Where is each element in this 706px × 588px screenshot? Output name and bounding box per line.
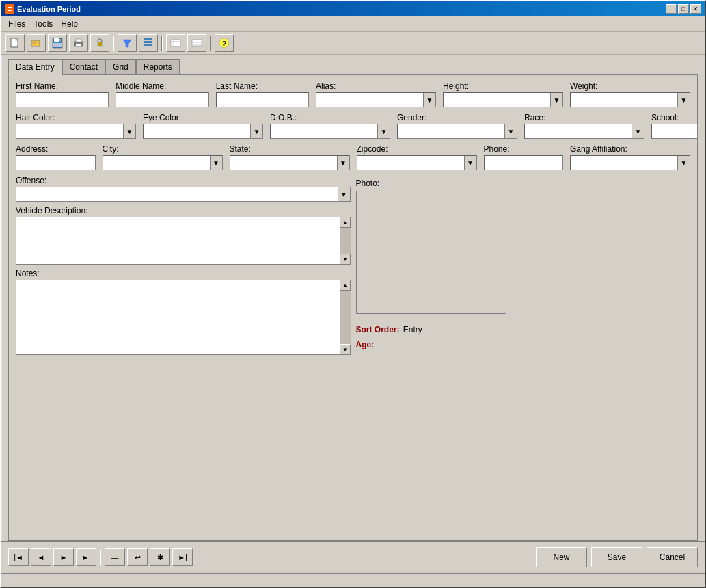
status-right-panel — [353, 574, 705, 587]
city-arrow[interactable]: ▼ — [210, 156, 222, 170]
zipcode-arrow[interactable]: ▼ — [464, 156, 476, 170]
city-input[interactable] — [103, 156, 210, 170]
tab-data-entry[interactable]: Data Entry — [8, 59, 62, 75]
offense-arrow[interactable]: ▼ — [338, 187, 350, 201]
height-input[interactable] — [444, 93, 550, 107]
toolbar-filter[interactable] — [118, 34, 137, 52]
state-input[interactable] — [230, 156, 337, 170]
first-name-group: First Name: — [16, 81, 109, 107]
hair-color-input[interactable] — [16, 124, 123, 138]
gang-affiliation-input[interactable] — [571, 156, 677, 170]
toolbar-print[interactable] — [69, 34, 88, 52]
nav-undo-btn[interactable]: ↩ — [127, 548, 148, 566]
notes-scroll-down[interactable]: ▼ — [340, 344, 351, 355]
gender-input[interactable] — [398, 124, 504, 138]
eye-color-input[interactable] — [144, 124, 250, 138]
photo-right: Photo: Sort Order: Entry Age: — [356, 176, 691, 355]
weight-arrow[interactable]: ▼ — [677, 93, 690, 107]
menu-files[interactable]: Files — [4, 18, 29, 30]
gender-arrow[interactable]: ▼ — [504, 124, 517, 138]
tab-grid[interactable]: Grid — [105, 59, 136, 75]
nav-next-btn[interactable]: ► — [53, 548, 74, 566]
notes-scrollbar: ▲ ▼ — [340, 280, 351, 355]
middle-name-label: Middle Name: — [116, 81, 208, 91]
nav-save-nav-btn[interactable]: ►| — [172, 548, 193, 566]
nav-delete-btn[interactable]: — — [105, 548, 125, 566]
dob-label: D.O.B.: — [270, 113, 390, 122]
notes-textarea[interactable] — [16, 280, 351, 355]
tab-reports[interactable]: Reports — [136, 59, 180, 75]
vehicle-scroll-down[interactable]: ▼ — [340, 254, 351, 265]
dob-input[interactable] — [271, 124, 377, 138]
row-names: First Name: Middle Name: Last Name: Alia… — [16, 81, 690, 107]
new-button[interactable]: New — [536, 547, 587, 567]
svg-rect-2 — [8, 10, 12, 11]
toolbar-sep-3 — [210, 36, 211, 51]
close-btn[interactable]: ✕ — [690, 4, 701, 14]
dob-dropdown: ▼ — [270, 124, 390, 139]
race-group: Race: ▼ — [524, 113, 644, 139]
race-arrow[interactable]: ▼ — [632, 124, 644, 138]
svg-rect-8 — [54, 38, 59, 42]
height-arrow[interactable]: ▼ — [550, 93, 562, 107]
save-button[interactable]: Save — [591, 547, 642, 567]
hair-color-group: Hair Color: ▼ — [16, 113, 136, 139]
alias-dropdown: ▼ — [316, 92, 436, 107]
first-name-input[interactable] — [16, 92, 109, 107]
svg-rect-6 — [31, 42, 36, 43]
notes-label: Notes: — [16, 269, 351, 278]
toolbar-lock[interactable] — [90, 34, 109, 52]
svg-rect-18 — [144, 44, 152, 46]
toolbar-save[interactable] — [48, 34, 67, 52]
phone-input[interactable] — [484, 155, 564, 170]
vehicle-textarea[interactable] — [16, 217, 351, 265]
sort-order-value: Entry — [403, 325, 422, 334]
gang-affiliation-label: Gang Affiliation: — [570, 144, 690, 154]
gang-affiliation-arrow[interactable]: ▼ — [677, 156, 690, 170]
zipcode-input[interactable] — [357, 156, 464, 170]
alias-input[interactable] — [316, 93, 423, 107]
row-address: Address: City: ▼ State: ▼ Zipcode: — [16, 144, 690, 170]
nav-add-btn[interactable]: ✱ — [150, 548, 170, 566]
menu-tools[interactable]: Tools — [29, 18, 57, 30]
toolbar-open[interactable] — [27, 34, 46, 52]
alias-arrow[interactable]: ▼ — [423, 93, 435, 107]
vehicle-group: Vehicle Description: ▲ ▼ — [16, 206, 351, 265]
vehicle-scroll-up[interactable]: ▲ — [340, 217, 351, 228]
toolbar-nav[interactable] — [166, 34, 185, 52]
row-physical: Hair Color: ▼ Eye Color: ▼ D.O.B.: ▼ — [16, 113, 690, 139]
svg-rect-22 — [192, 40, 202, 46]
race-input[interactable] — [525, 124, 632, 138]
eye-color-arrow[interactable]: ▼ — [250, 124, 262, 138]
minimize-btn[interactable]: _ — [666, 4, 677, 14]
notes-scroll-up[interactable]: ▲ — [340, 280, 351, 291]
school-input[interactable] — [652, 124, 698, 138]
menu-help[interactable]: Help — [57, 18, 82, 30]
offense-input[interactable] — [16, 187, 338, 201]
last-name-input[interactable] — [216, 92, 309, 107]
cancel-button[interactable]: Cancel — [647, 547, 698, 567]
hair-color-arrow[interactable]: ▼ — [123, 124, 135, 138]
toolbar-help[interactable]: ? — [215, 34, 234, 52]
svg-rect-10 — [53, 43, 62, 47]
offense-group: Offense: ▼ — [16, 176, 351, 202]
toolbar: ? — [1, 32, 705, 55]
address-input[interactable] — [16, 155, 96, 170]
middle-name-input[interactable] — [116, 92, 208, 107]
maximize-btn[interactable]: □ — [678, 4, 689, 14]
toolbar-new-doc[interactable] — [5, 34, 25, 52]
nav-prev-btn[interactable]: ◄ — [31, 548, 51, 566]
toolbar-search[interactable] — [139, 34, 158, 52]
toolbar-grid[interactable] — [187, 34, 206, 52]
tab-contact[interactable]: Contact — [62, 59, 105, 75]
nav-action-bar: |◄ ◄ ► ►| — ↩ ✱ ►| New Save Cancel — [1, 541, 705, 573]
state-arrow[interactable]: ▼ — [337, 156, 349, 170]
title-bar-left: Evaluation Period — [5, 4, 81, 14]
nav-first-btn[interactable]: |◄ — [8, 548, 29, 566]
photo-box — [356, 191, 506, 314]
state-label: State: — [230, 144, 350, 154]
dob-arrow[interactable]: ▼ — [377, 124, 390, 138]
nav-last-btn[interactable]: ►| — [76, 548, 96, 566]
school-label: School: — [651, 113, 698, 122]
weight-input[interactable] — [571, 93, 677, 107]
